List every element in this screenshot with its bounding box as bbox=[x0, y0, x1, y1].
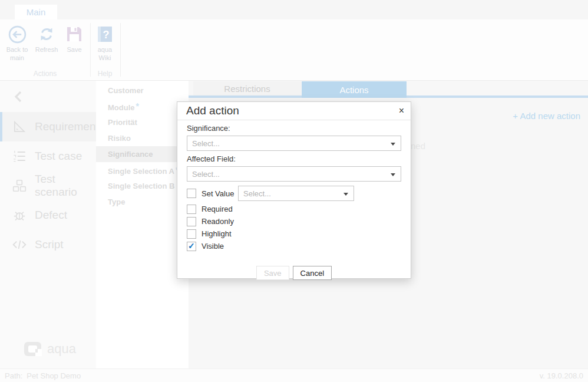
add-new-action-link[interactable]: + Add new action bbox=[513, 111, 580, 121]
refresh-icon bbox=[33, 23, 60, 45]
path-label: Path: bbox=[5, 371, 22, 380]
readonly-row: Readonly bbox=[187, 216, 401, 226]
dialog-cancel-button[interactable]: Cancel bbox=[293, 266, 332, 280]
app-window: Main Back to main Re bbox=[0, 0, 588, 382]
dropdown-arrow-icon bbox=[391, 143, 395, 146]
no-actions-text-fragment: ned bbox=[411, 141, 425, 151]
ribbon-separator bbox=[120, 23, 121, 77]
dialog-save-button[interactable]: Save bbox=[256, 266, 289, 280]
ribbon: Back to main Refresh bbox=[0, 19, 588, 81]
set-value-checkbox[interactable] bbox=[187, 189, 196, 198]
ribbon-group-actions: Actions bbox=[0, 70, 90, 78]
sidebar-item-label: Test case bbox=[35, 150, 82, 163]
visible-checkbox[interactable]: ✓ bbox=[187, 242, 196, 251]
fields-panel: Customer Module* Priorität Risiko Signif… bbox=[96, 81, 189, 368]
save-button[interactable]: Save bbox=[61, 23, 87, 54]
affected-field-dropdown[interactable]: Select... bbox=[187, 166, 401, 182]
sidebar-item-label: Defect bbox=[35, 209, 67, 222]
ribbon-tab-main[interactable]: Main bbox=[15, 5, 57, 19]
required-row: Required bbox=[187, 204, 401, 214]
sidebar-item-label: Script bbox=[35, 238, 64, 251]
requirement-icon bbox=[12, 119, 27, 134]
field-item-type[interactable]: Type bbox=[96, 194, 189, 210]
status-bar: Path:Pet Shop Demo v. 19.0.208.0 bbox=[0, 368, 588, 382]
sidebar-item-test-case[interactable]: Test case bbox=[0, 141, 96, 171]
ribbon-tabstrip: Main bbox=[0, 0, 588, 19]
significance-label: Significance: bbox=[187, 124, 401, 133]
field-item-customer[interactable]: Customer bbox=[96, 83, 189, 98]
save-icon bbox=[61, 23, 87, 45]
field-item-single-selection-a[interactable]: Single Selection A* bbox=[96, 162, 189, 178]
set-value-dropdown-value: Select... bbox=[243, 189, 271, 198]
sidebar-item-defect[interactable]: Defect bbox=[0, 200, 96, 230]
set-value-label: Set Value bbox=[201, 189, 238, 198]
sidebar-item-script[interactable]: Script bbox=[0, 230, 96, 259]
svg-text:?: ? bbox=[103, 29, 110, 41]
readonly-checkbox[interactable] bbox=[187, 217, 196, 226]
path-value: Pet Shop Demo bbox=[27, 371, 81, 380]
sidebar-collapse-button[interactable] bbox=[13, 90, 23, 103]
required-checkbox[interactable] bbox=[187, 205, 196, 214]
dialog-title: Add action bbox=[186, 104, 239, 117]
aqua-logo-text: aqua bbox=[47, 341, 76, 357]
test-case-icon bbox=[12, 149, 27, 164]
affected-field-dropdown-value: Select... bbox=[192, 170, 220, 179]
sidebar-item-label: Test scenario bbox=[35, 173, 96, 199]
tab-restrictions[interactable]: Restrictions bbox=[193, 81, 301, 95]
dropdown-arrow-icon bbox=[391, 173, 395, 176]
close-icon[interactable]: × bbox=[399, 105, 404, 117]
set-value-dropdown[interactable]: Select... bbox=[238, 186, 354, 201]
aqua-wiki-label: aqua Wiki bbox=[92, 45, 118, 62]
path-status: Path:Pet Shop Demo bbox=[5, 371, 81, 380]
back-to-main-button[interactable]: Back to main bbox=[4, 23, 31, 62]
dropdown-arrow-icon bbox=[343, 193, 348, 196]
dialog-body: Significance: Select... Affected Field: … bbox=[177, 124, 411, 280]
highlight-label: Highlight bbox=[201, 229, 232, 238]
aqua-logo: aqua bbox=[24, 341, 76, 357]
dialog-header: Add action × bbox=[177, 102, 411, 120]
tab-actions[interactable]: Actions bbox=[302, 81, 407, 98]
required-marker: * bbox=[136, 101, 139, 111]
significance-dropdown-value: Select... bbox=[192, 139, 220, 148]
field-item-risiko[interactable]: Risiko bbox=[96, 130, 189, 146]
code-icon bbox=[12, 237, 27, 252]
wiki-help-icon: ? bbox=[92, 23, 118, 45]
bug-icon bbox=[12, 208, 27, 223]
test-scenario-icon bbox=[12, 178, 27, 193]
version-label: v. 19.0.208.0 bbox=[540, 371, 583, 380]
sidebar-item-label: Requirement bbox=[35, 120, 99, 133]
field-item-prioritaet[interactable]: Priorität bbox=[96, 114, 189, 130]
affected-field-label: Affected Field: bbox=[187, 154, 401, 163]
readonly-label: Readonly bbox=[201, 217, 234, 226]
aqua-logo-icon bbox=[24, 341, 42, 357]
aqua-wiki-button[interactable]: ? aqua Wiki bbox=[92, 23, 118, 62]
refresh-label: Refresh bbox=[33, 45, 60, 54]
ribbon-separator bbox=[90, 23, 91, 77]
set-value-row: Set Value Select... bbox=[187, 185, 401, 202]
back-icon bbox=[4, 23, 31, 45]
field-item-single-selection-b[interactable]: Single Selection B bbox=[96, 178, 189, 194]
visible-row: ✓ Visible bbox=[187, 241, 401, 251]
sidebar: Requirement Test case bbox=[0, 81, 96, 368]
refresh-button[interactable]: Refresh bbox=[33, 23, 60, 54]
significance-dropdown[interactable]: Select... bbox=[187, 136, 401, 151]
highlight-checkbox[interactable] bbox=[187, 229, 196, 239]
field-item-significance[interactable]: Significance bbox=[96, 146, 189, 162]
checkmark-icon: ✓ bbox=[188, 241, 195, 251]
field-item-module[interactable]: Module* bbox=[96, 98, 189, 114]
dialog-buttons: Save Cancel bbox=[187, 266, 401, 280]
visible-label: Visible bbox=[201, 242, 224, 251]
sidebar-item-test-scenario[interactable]: Test scenario bbox=[0, 171, 96, 200]
ribbon-group-help: Help bbox=[92, 70, 118, 78]
sidebar-nav: Requirement Test case bbox=[0, 112, 96, 259]
required-label: Required bbox=[201, 205, 233, 213]
back-to-main-label: Back to main bbox=[4, 45, 31, 62]
sidebar-item-requirement[interactable]: Requirement bbox=[0, 112, 96, 141]
save-label: Save bbox=[61, 45, 87, 54]
highlight-row: Highlight bbox=[187, 229, 401, 239]
add-action-dialog: Add action × Significance: Select... Aff… bbox=[177, 101, 411, 279]
chevron-left-icon bbox=[13, 90, 23, 103]
